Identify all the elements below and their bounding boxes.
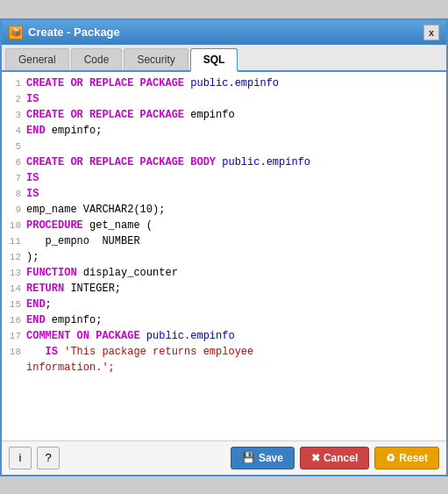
line-num-8: 8 <box>2 186 26 202</box>
line-num-10: 10 <box>2 218 26 233</box>
line-num-5: 5 <box>2 139 26 154</box>
line-content-3: CREATE OR REPLACE PACKAGE empinfo <box>26 107 446 123</box>
tab-code[interactable]: Code <box>71 48 123 70</box>
line-num-6: 6 <box>2 154 26 170</box>
line-content-17: COMMENT ON PACKAGE public.empinfo <box>26 328 446 344</box>
help-button[interactable]: ? <box>37 447 60 469</box>
code-line-12: 12 ); <box>2 249 446 265</box>
title-bar: 📦 Create - Package x <box>2 20 446 45</box>
line-num-7: 7 <box>2 170 26 186</box>
window-icon: 📦 <box>9 25 23 39</box>
save-label: Save <box>259 452 283 464</box>
line-content-10: PROCEDURE get_name ( <box>26 218 446 233</box>
code-line-17: 17 COMMENT ON PACKAGE public.empinfo <box>2 328 446 344</box>
code-area[interactable]: 1 CREATE OR REPLACE PACKAGE public.empin… <box>2 72 446 440</box>
line-content-6: CREATE OR REPLACE PACKAGE BODY public.em… <box>26 154 446 170</box>
line-content-4: END empinfo; <box>26 123 446 139</box>
line-content-9: emp_name VARCHAR2(10); <box>26 202 446 218</box>
sql-code-block: 1 CREATE OR REPLACE PACKAGE public.empin… <box>2 72 446 440</box>
window-title: Create - Package <box>28 25 120 39</box>
code-line-3: 3 CREATE OR REPLACE PACKAGE empinfo <box>2 107 446 123</box>
main-window: 📦 Create - Package x General Code Securi… <box>0 18 448 476</box>
tab-general[interactable]: General <box>5 48 69 70</box>
code-line-8: 8 IS <box>2 186 446 202</box>
code-line-15: 15 END; <box>2 297 446 312</box>
code-line-6: 6 CREATE OR REPLACE PACKAGE BODY public.… <box>2 154 446 170</box>
line-content-18: IS 'This package returns employee <box>26 344 446 360</box>
close-button[interactable]: x <box>423 25 439 40</box>
line-content-7: IS <box>26 170 446 186</box>
code-line-18b: information.'; <box>2 360 446 376</box>
line-content-13: FUNCTION display_counter <box>26 265 446 281</box>
code-line-13: 13 FUNCTION display_counter <box>2 265 446 281</box>
tab-security[interactable]: Security <box>124 48 188 70</box>
line-num-3: 3 <box>2 107 26 123</box>
code-line-9: 9 emp_name VARCHAR2(10); <box>2 202 446 218</box>
tab-sql[interactable]: SQL <box>190 48 238 72</box>
line-num-17: 17 <box>2 328 26 344</box>
line-num-13: 13 <box>2 265 26 281</box>
tab-bar: General Code Security SQL <box>2 45 446 72</box>
footer-left: i ? <box>9 447 60 469</box>
code-line-10: 10 PROCEDURE get_name ( <box>2 218 446 233</box>
cancel-label: Cancel <box>324 452 358 464</box>
line-content-1: CREATE OR REPLACE PACKAGE public.empinfo <box>26 75 446 91</box>
line-num-11: 11 <box>2 233 26 249</box>
code-line-2: 2 IS <box>2 91 446 107</box>
reset-icon: ♻ <box>386 452 395 464</box>
line-num-1: 1 <box>2 75 26 91</box>
line-num-12: 12 <box>2 249 26 265</box>
footer: i ? 💾 Save ✖ Cancel ♻ Reset <box>2 440 446 475</box>
save-button[interactable]: 💾 Save <box>231 447 295 469</box>
save-icon: 💾 <box>242 452 255 464</box>
line-content-12: ); <box>26 249 446 265</box>
line-num-16: 16 <box>2 312 26 328</box>
reset-label: Reset <box>399 452 428 464</box>
line-content-2: IS <box>26 91 446 107</box>
line-num-4: 4 <box>2 123 26 139</box>
title-bar-left: 📦 Create - Package <box>9 25 120 39</box>
code-line-14: 14 RETURN INTEGER; <box>2 281 446 297</box>
line-content-14: RETURN INTEGER; <box>26 281 446 297</box>
line-content-11: p_empno NUMBER <box>26 233 446 249</box>
code-line-4: 4 END empinfo; <box>2 123 446 139</box>
line-num-14: 14 <box>2 281 26 297</box>
code-line-16: 16 END empinfo; <box>2 312 446 328</box>
code-line-18: 18 IS 'This package returns employee <box>2 344 446 360</box>
line-content-18b: information.'; <box>26 360 446 376</box>
line-content-16: END empinfo; <box>26 312 446 328</box>
cancel-button[interactable]: ✖ Cancel <box>300 447 369 469</box>
footer-right: 💾 Save ✖ Cancel ♻ Reset <box>231 447 439 469</box>
line-num-9: 9 <box>2 202 26 218</box>
line-num-15: 15 <box>2 297 26 312</box>
line-content-8: IS <box>26 186 446 202</box>
cancel-icon: ✖ <box>311 452 320 464</box>
code-line-7: 7 IS <box>2 170 446 186</box>
line-content-15: END; <box>26 297 446 312</box>
code-line-1: 1 CREATE OR REPLACE PACKAGE public.empin… <box>2 75 446 91</box>
line-num-18: 18 <box>2 344 26 360</box>
code-line-5: 5 <box>2 139 446 154</box>
reset-button[interactable]: ♻ Reset <box>374 447 439 469</box>
code-line-11: 11 p_empno NUMBER <box>2 233 446 249</box>
line-num-2: 2 <box>2 91 26 107</box>
info-button[interactable]: i <box>9 447 32 469</box>
